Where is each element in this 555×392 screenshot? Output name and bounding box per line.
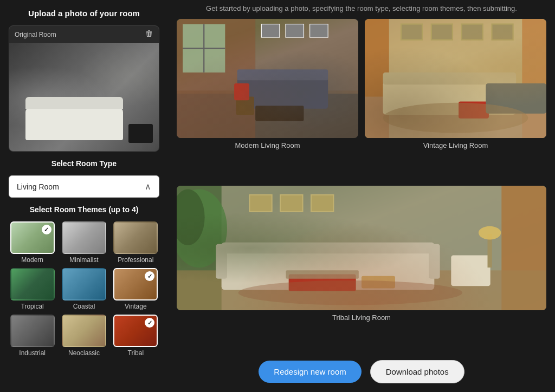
theme-item-industrial[interactable]: Industrial (9, 315, 56, 357)
svg-rect-35 (222, 243, 435, 254)
svg-rect-1 (177, 19, 358, 94)
sofa-decoration (25, 108, 123, 140)
svg-rect-38 (289, 275, 356, 291)
svg-rect-33 (177, 270, 546, 310)
svg-rect-44 (286, 270, 359, 279)
room-type-title: Select Room Type (9, 159, 159, 168)
theme-thumb-modern[interactable]: ✓ (10, 221, 55, 254)
theme-label-vintage: Vintage (125, 303, 146, 310)
result-thumb-vintage (365, 19, 546, 138)
room-modern-image (177, 19, 358, 138)
subtitle: Get started by uploading a photo, specif… (177, 4, 546, 12)
theme-label-industrial: Industrial (19, 349, 46, 357)
room-vintage-image (365, 19, 546, 138)
results-grid: Modern Living Room (177, 19, 546, 351)
svg-rect-41 (280, 195, 302, 212)
svg-rect-15 (365, 19, 389, 138)
redesign-button[interactable]: Redesign new room (259, 361, 361, 383)
chevron-up-icon: ∧ (145, 181, 151, 192)
svg-rect-20 (462, 24, 483, 40)
theme-thumb-professional[interactable] (113, 221, 158, 254)
svg-rect-6 (237, 79, 328, 109)
theme-item-professional[interactable]: Professional (112, 221, 159, 264)
delete-photo-icon[interactable] (145, 29, 153, 40)
theme-check-modern: ✓ (42, 225, 51, 234)
theme-item-modern[interactable]: ✓ Modern (9, 221, 56, 264)
theme-label-professional: Professional (118, 256, 153, 264)
svg-rect-16 (365, 19, 389, 138)
theme-label-tribal: Tribal (128, 349, 144, 357)
theme-label-coastal: Coastal (73, 303, 95, 310)
theme-check-tribal: ✓ (145, 318, 154, 328)
theme-thumb-tribal[interactable]: ✓ (113, 315, 158, 347)
right-panel: Get started by uploading a photo, specif… (168, 0, 555, 392)
svg-rect-25 (459, 101, 489, 118)
theme-thumb-neoclassic[interactable] (62, 315, 106, 347)
svg-point-47 (238, 280, 462, 305)
result-thumb-modern (177, 19, 358, 138)
svg-rect-17 (522, 19, 546, 138)
theme-thumb-industrial[interactable] (10, 315, 55, 347)
svg-point-46 (479, 226, 501, 240)
theme-item-vintage[interactable]: ✓ Vintage (112, 268, 159, 310)
svg-rect-29 (177, 186, 222, 310)
svg-rect-13 (234, 83, 249, 100)
room-type-value: Living Room (17, 182, 59, 191)
theme-item-tribal[interactable]: ✓ Tribal (112, 315, 159, 357)
svg-rect-34 (222, 251, 435, 290)
theme-label-tropical: Tropical (21, 303, 44, 310)
svg-point-27 (383, 103, 528, 133)
bottom-bar: Redesign new room Download photos (177, 351, 546, 383)
svg-rect-26 (486, 83, 546, 114)
svg-point-30 (177, 190, 227, 268)
original-room-label: Original Room (15, 31, 56, 38)
svg-rect-19 (431, 24, 453, 40)
upload-box[interactable]: Original Room (9, 25, 159, 152)
theme-thumb-tropical[interactable] (10, 268, 55, 300)
theme-thumb-coastal[interactable] (62, 268, 106, 300)
left-panel: Upload a photo of your room Original Roo… (0, 0, 168, 392)
original-room-image (9, 43, 159, 151)
theme-item-neoclassic[interactable]: Neoclassic (60, 315, 107, 357)
svg-rect-11 (286, 24, 304, 38)
svg-rect-23 (383, 82, 517, 115)
svg-rect-43 (451, 255, 490, 286)
svg-rect-39 (362, 276, 395, 289)
theme-item-tropical[interactable]: Tropical (9, 268, 56, 310)
svg-rect-22 (365, 97, 546, 139)
theme-thumb-minimalist[interactable] (62, 221, 106, 254)
result-item-tribal: Tribal Living Room (177, 186, 546, 351)
download-button[interactable]: Download photos (370, 360, 464, 383)
themes-grid: ✓ Modern Minimalist Professional Tropica… (9, 221, 159, 357)
svg-rect-24 (383, 73, 517, 84)
theme-item-minimalist[interactable]: Minimalist (60, 221, 107, 264)
svg-rect-7 (237, 69, 328, 80)
result-label-modern: Modern Living Room (235, 141, 300, 149)
upload-box-header: Original Room (9, 26, 159, 43)
theme-label-modern: Modern (21, 256, 43, 264)
result-label-tribal: Tribal Living Room (332, 313, 391, 322)
svg-rect-3 (183, 24, 225, 73)
theme-item-coastal[interactable]: Coastal (60, 268, 107, 310)
svg-rect-9 (236, 97, 254, 115)
theme-label-minimalist: Minimalist (69, 256, 98, 264)
svg-rect-21 (492, 24, 513, 40)
theme-label-neoclassic: Neoclassic (68, 349, 100, 357)
svg-rect-28 (177, 186, 546, 310)
result-item-vintage: Vintage Living Room (365, 19, 546, 179)
theme-thumb-vintage[interactable]: ✓ (113, 268, 158, 300)
svg-rect-45 (488, 234, 492, 267)
room-type-dropdown[interactable]: Living Room ∧ (9, 175, 159, 198)
svg-rect-32 (501, 186, 546, 310)
svg-rect-10 (261, 24, 280, 38)
svg-rect-36 (216, 244, 227, 279)
themes-title: Select Room Themes (up to 4) (9, 205, 159, 214)
theme-check-vintage: ✓ (145, 271, 154, 281)
result-thumb-tribal (177, 186, 546, 310)
svg-rect-40 (249, 195, 272, 212)
svg-rect-8 (255, 106, 304, 121)
svg-rect-2 (177, 19, 255, 138)
result-label-vintage: Vintage Living Room (423, 141, 488, 149)
svg-rect-14 (365, 19, 546, 138)
svg-rect-18 (401, 24, 422, 40)
